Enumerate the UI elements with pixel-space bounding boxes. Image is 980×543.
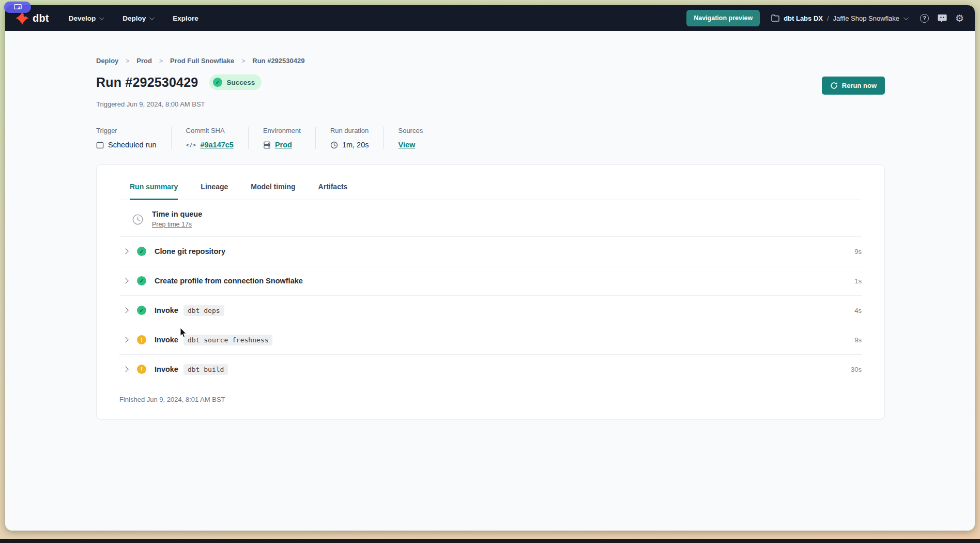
meta-label: Run duration [330, 127, 369, 134]
nav-item-deploy[interactable]: Deploy [122, 14, 153, 22]
step-row-source-freshness[interactable]: Invoke dbt source freshness 9s [119, 325, 862, 355]
nav-item-label: Deploy [122, 14, 146, 22]
step-status-icon [137, 365, 146, 374]
nav-item-develop[interactable]: Develop [69, 14, 103, 22]
main-content: Deploy > Prod > Prod Full Snowflake > Ru… [5, 31, 975, 531]
step-duration: 1s [854, 277, 862, 285]
tab-artifacts[interactable]: Artifacts [318, 183, 348, 200]
chevron-down-icon [904, 15, 909, 20]
step-label: Clone git repository [155, 247, 225, 255]
page-header: Run #292530429 ✓ Success Rerun now [96, 74, 885, 95]
breadcrumb-prod[interactable]: Prod [136, 57, 152, 65]
step-duration: 4s [854, 307, 862, 314]
meta-label: Environment [263, 127, 301, 134]
account-project-switcher[interactable]: dbt Labs DX / Jaffle Shop Snowflake [771, 14, 907, 22]
breadcrumb-deploy[interactable]: Deploy [96, 57, 118, 65]
meta-label: Commit SHA [186, 127, 234, 134]
run-summary-card: Run summary Lineage Model timing Artifac… [96, 164, 885, 419]
tab-bar: Run summary Lineage Model timing Artifac… [119, 165, 862, 200]
step-row-dbt-deps[interactable]: Invoke dbt deps 4s [119, 296, 862, 325]
rerun-now-button[interactable]: Rerun now [822, 77, 885, 95]
queue-title: Time in queue [152, 210, 202, 218]
navigation-preview-button[interactable]: Navigation preview [686, 10, 760, 26]
settings-gear-icon[interactable]: ⚙ [955, 13, 964, 23]
step-command: dbt deps [183, 305, 224, 316]
tab-lineage[interactable]: Lineage [201, 183, 228, 200]
account-name: dbt Labs DX [784, 14, 823, 22]
step-status-icon [137, 306, 146, 315]
expand-chevron-icon[interactable] [122, 307, 128, 313]
meta-label: Sources [398, 127, 423, 134]
breadcrumb-separator: > [241, 57, 245, 65]
step-row-dbt-build[interactable]: Invoke dbt build 30s [119, 355, 862, 384]
clock-icon [330, 141, 338, 149]
run-meta-row: Trigger Scheduled run Commit SHA </> #9a… [96, 127, 885, 149]
breadcrumb: Deploy > Prod > Prod Full Snowflake > Ru… [96, 57, 885, 65]
meta-label: Trigger [96, 127, 157, 134]
calendar-icon [96, 141, 104, 149]
step-duration: 30s [851, 366, 862, 373]
project-name: Jaffle Shop Snowflake [833, 14, 899, 22]
nav-menu: Develop Deploy Explore [69, 14, 198, 22]
nav-item-label: Develop [69, 14, 96, 22]
meta-run-duration: Run duration 1m, 20s [330, 127, 384, 149]
success-check-icon: ✓ [213, 78, 222, 87]
nav-item-explore[interactable]: Explore [173, 14, 198, 22]
dbt-logo[interactable]: dbt [16, 11, 49, 25]
nav-item-label: Explore [173, 14, 198, 22]
step-duration: 9s [854, 336, 862, 344]
step-command: dbt source freshness [183, 335, 273, 345]
nav-icon-group: ? ⚙ [920, 13, 964, 23]
prep-time-link[interactable]: Prep time 17s [152, 221, 192, 228]
step-status-icon [137, 276, 146, 285]
step-status-icon [137, 335, 146, 344]
screen-share-icon [14, 4, 22, 10]
meta-environment: Environment Prod [263, 127, 316, 149]
step-status-icon [137, 247, 146, 256]
tab-run-summary[interactable]: Run summary [130, 183, 178, 200]
dbt-logo-icon [16, 11, 29, 25]
meta-trigger: Trigger Scheduled run [96, 127, 172, 149]
expand-chevron-icon[interactable] [122, 366, 128, 372]
meta-sources: Sources View [398, 127, 437, 149]
feedback-icon[interactable] [937, 13, 947, 23]
step-command: dbt build [183, 364, 228, 375]
expand-chevron-icon[interactable] [122, 248, 128, 254]
dbt-logo-text: dbt [33, 12, 49, 24]
rerun-now-label: Rerun now [842, 82, 877, 89]
screen-share-badge [4, 2, 31, 13]
step-duration: 9s [854, 248, 862, 255]
meta-value-duration: 1m, 20s [342, 141, 369, 149]
breadcrumb-job[interactable]: Prod Full Snowflake [170, 57, 234, 65]
time-in-queue-row: Time in queue Prep time 17s [119, 200, 862, 237]
step-label: Invoke [155, 306, 178, 314]
folder-icon [771, 14, 779, 22]
page-title: Run #292530429 [96, 75, 198, 90]
finished-timestamp: Finished Jun 9, 2024, 8:01 AM BST [119, 384, 862, 419]
status-badge: ✓ Success [209, 74, 262, 90]
tab-model-timing[interactable]: Model timing [251, 183, 295, 200]
code-icon: </> [186, 142, 196, 148]
sources-view-link[interactable]: View [398, 141, 415, 149]
triggered-timestamp: Triggered Jun 9, 2024, 8:00 AM BST [96, 100, 885, 108]
step-row-create-profile[interactable]: Create profile from connection Snowflake… [119, 266, 862, 296]
expand-chevron-icon[interactable] [122, 278, 128, 283]
step-label: Invoke [155, 336, 178, 344]
breadcrumb-separator: > [126, 57, 129, 65]
status-badge-label: Success [226, 79, 255, 86]
chevron-down-icon [149, 15, 155, 20]
chevron-down-icon [99, 15, 104, 20]
account-separator: / [827, 14, 829, 22]
meta-value-trigger: Scheduled run [108, 141, 157, 149]
meta-commit-sha: Commit SHA </> #9a147c5 [186, 127, 249, 149]
queue-clock-icon [132, 214, 144, 225]
step-row-clone-git[interactable]: Clone git repository 9s [119, 237, 862, 266]
environment-link[interactable]: Prod [275, 141, 292, 149]
breadcrumb-run[interactable]: Run #292530429 [252, 57, 304, 65]
commit-sha-link[interactable]: #9a147c5 [200, 141, 234, 149]
help-icon[interactable]: ? [920, 13, 929, 23]
expand-chevron-icon[interactable] [122, 337, 128, 342]
step-label: Create profile from connection Snowflake [155, 277, 303, 285]
database-icon [263, 141, 271, 149]
refresh-icon [830, 82, 838, 89]
